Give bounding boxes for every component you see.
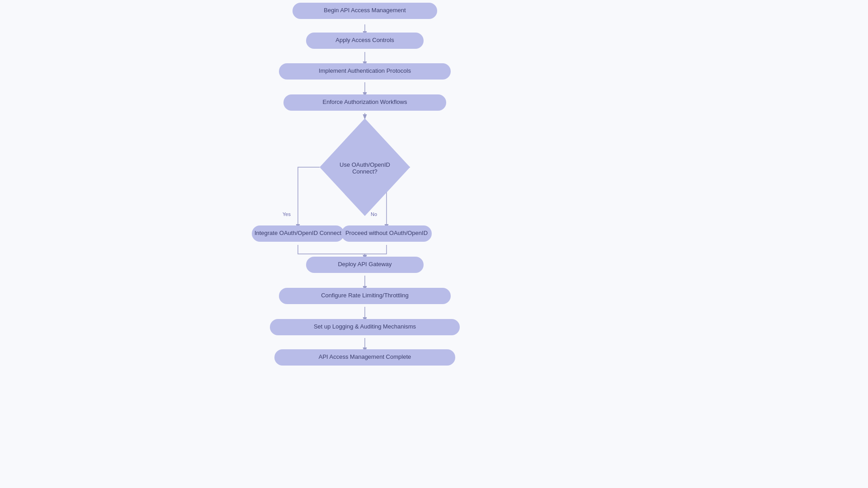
flowchart-container: Yes No Begin API Access Management Apply… — [0, 0, 868, 488]
node-logging-label: Set up Logging & Auditing Mechanisms — [314, 323, 416, 330]
node-decision-label1: Use OAuth/OpenID — [340, 161, 390, 168]
node-access-controls-label: Apply Access Controls — [335, 37, 394, 43]
node-begin-label: Begin API Access Management — [324, 7, 406, 14]
arrow-decision-yes — [298, 167, 320, 228]
node-complete-label: API Access Management Complete — [319, 353, 411, 360]
yes-label: Yes — [283, 211, 291, 217]
node-auth-workflows-label: Enforce Authorization Workflows — [323, 99, 407, 105]
node-decision-label2: Connect? — [352, 168, 377, 175]
no-label: No — [371, 211, 377, 217]
node-deploy-gateway-label: Deploy API Gateway — [338, 261, 392, 267]
node-auth-protocols-label: Implement Authentication Protocols — [319, 67, 411, 74]
node-integrate-oauth-label: Integrate OAuth/OpenID Connect — [255, 230, 342, 236]
node-rate-limiting-label: Configure Rate Limiting/Throttling — [321, 292, 409, 299]
node-proceed-nooauth-label: Proceed without OAuth/OpenID — [345, 230, 428, 236]
